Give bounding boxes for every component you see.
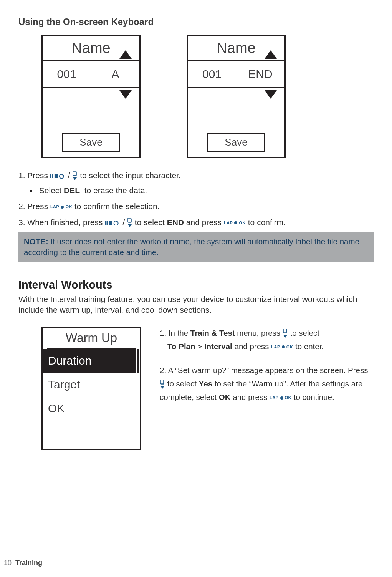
step-2: 2. Press LAP OK to confirm the selection… xyxy=(18,201,374,212)
step-3: 3. When finished, press / to select END … xyxy=(18,217,374,228)
page-down-icon xyxy=(160,380,165,389)
value-row: 001 A xyxy=(43,61,139,88)
note-text: If user does not enter the workout name,… xyxy=(24,237,359,257)
svg-point-8 xyxy=(280,396,283,400)
keyboard-screens-row: Name 001 A Save Name 001 END Save xyxy=(41,35,374,158)
lap-label: LAP xyxy=(270,394,279,401)
keyboard-steps-list: 1. Press / to select the input character… xyxy=(18,170,374,228)
value-char-selected: A xyxy=(91,60,140,88)
triangle-up-icon xyxy=(265,50,277,59)
text: to select xyxy=(290,328,319,337)
text: 1. In the xyxy=(160,328,190,337)
end-keyword: END xyxy=(167,218,184,227)
menu-to-plan: To Plan xyxy=(167,342,195,351)
indent-line: To Plan > Interval and press LAP OK to e… xyxy=(167,340,374,353)
device-screen-name-a: Name 001 A Save xyxy=(41,35,141,158)
menu-item-duration-selected[interactable]: Duration xyxy=(43,349,139,373)
value-index: 001 xyxy=(43,61,91,87)
menu-item-ok[interactable]: OK xyxy=(43,396,140,420)
section-heading-interval: Interval Workouts xyxy=(18,277,374,293)
lap-ok-icon: LAP OK xyxy=(50,204,72,210)
pause-stop-back-icon xyxy=(105,221,120,225)
text: to erase the data. xyxy=(82,186,147,195)
page-down-icon xyxy=(283,329,288,338)
value-index: 001 xyxy=(188,61,236,87)
interval-steps: 1. In the Train & Test menu, press to se… xyxy=(160,327,374,415)
page-down-icon xyxy=(72,171,78,181)
yes-keyword: Yes xyxy=(199,379,212,388)
ok-label: OK xyxy=(286,343,293,351)
text: 3. When finished, press xyxy=(18,218,105,227)
text: and press xyxy=(184,218,224,227)
save-button[interactable]: Save xyxy=(207,133,265,152)
menu-interval: Interval xyxy=(204,342,232,351)
ok-keyword: OK xyxy=(219,393,231,401)
svg-point-5 xyxy=(61,206,64,209)
warmup-header: Warm Up xyxy=(47,328,136,349)
text: to confirm. xyxy=(248,218,286,227)
lap-label: LAP xyxy=(50,204,60,210)
text: 1. Press xyxy=(18,171,50,180)
lap-ok-icon: LAP OK xyxy=(271,343,293,351)
save-button[interactable]: Save xyxy=(62,133,120,152)
menu-train-test: Train & Test xyxy=(190,328,235,337)
text: to enter. xyxy=(295,342,324,351)
triangle-down-icon xyxy=(265,90,277,99)
text: and press xyxy=(231,393,270,401)
text: to continue. xyxy=(294,393,334,401)
bullet-icon xyxy=(30,190,32,192)
svg-point-7 xyxy=(282,345,285,348)
text: / xyxy=(68,171,73,180)
device-screen-name-end: Name 001 END Save xyxy=(187,35,286,158)
interval-step-2: 2. A “Set warm up?” message appears on t… xyxy=(160,364,374,404)
page-down-icon xyxy=(127,218,132,227)
ok-label: OK xyxy=(239,220,246,226)
menu-item-target[interactable]: Target xyxy=(43,373,140,396)
interval-intro-text: With the Interval training feature, you … xyxy=(18,294,374,316)
text: to confirm the selection. xyxy=(74,202,160,211)
text: and press xyxy=(232,342,271,351)
text: / xyxy=(122,218,127,227)
lap-label: LAP xyxy=(224,220,233,226)
del-keyword: DEL xyxy=(64,186,80,195)
value-row: 001 END xyxy=(188,61,284,88)
lap-ok-icon: LAP OK xyxy=(270,394,291,401)
triangle-up-icon xyxy=(119,50,132,59)
step-1: 1. Press / to select the input character… xyxy=(18,170,374,196)
lap-label: LAP xyxy=(271,343,280,351)
value-end: END xyxy=(236,61,284,87)
text: 2. Press xyxy=(18,202,50,211)
note-label: NOTE: xyxy=(24,237,48,246)
svg-point-6 xyxy=(234,221,237,224)
text: > xyxy=(195,342,204,351)
text: to select xyxy=(167,379,199,388)
device-screen-warmup: Warm Up Duration Target OK xyxy=(41,327,141,450)
ok-label: OK xyxy=(285,394,292,401)
text: to select the input character. xyxy=(80,171,181,180)
lap-ok-icon: LAP OK xyxy=(224,220,246,226)
text: 2. A “Set warm up?” message appears on t… xyxy=(160,366,368,375)
section-heading-keyboard: Using the On-screen Keyboard xyxy=(18,15,374,28)
text: Select xyxy=(39,186,64,195)
ok-label: OK xyxy=(65,204,72,210)
note-box: NOTE: If user does not enter the workout… xyxy=(18,232,374,261)
interval-step-1: 1. In the Train & Test menu, press to se… xyxy=(160,327,374,353)
pause-stop-back-icon xyxy=(50,174,66,179)
text: to select xyxy=(135,218,167,227)
text: menu, press xyxy=(235,328,283,337)
triangle-down-icon xyxy=(119,90,132,99)
step-1-sub: Select DEL to erase the data. xyxy=(18,185,374,196)
interval-row: Warm Up Duration Target OK 1. In the Tra… xyxy=(41,327,374,450)
